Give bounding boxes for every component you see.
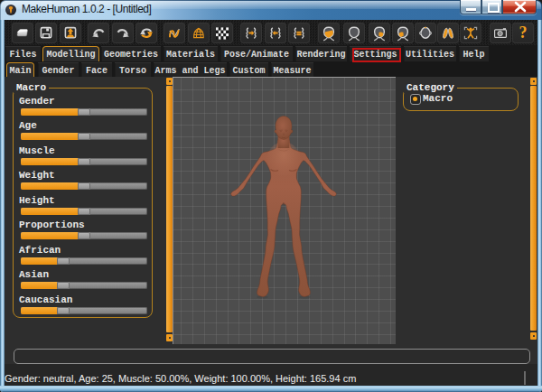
svg-text:?: ? bbox=[519, 23, 527, 42]
